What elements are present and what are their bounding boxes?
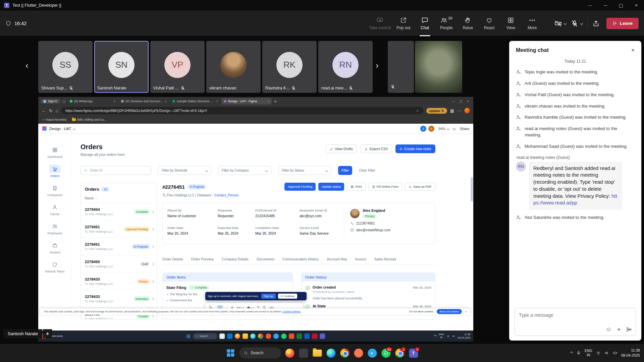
- create-order-button[interactable]: Create new order: [395, 144, 435, 153]
- browser-tab[interactable]: Sample Salary Structure with calc×: [170, 98, 220, 105]
- camera-dropdown-icon[interactable]: [564, 22, 566, 24]
- contact-person-link[interactable]: Contact_Person.: [214, 193, 239, 197]
- sidebar-item-orders[interactable]: Orders: [49, 165, 61, 178]
- wifi-icon[interactable]: [446, 335, 450, 338]
- order-list-row[interactable]: 2279454 TL Flex Holdings LLC Complete: [81, 203, 157, 221]
- tray-expand-icon[interactable]: [434, 335, 437, 337]
- mic-tray-icon[interactable]: [576, 351, 581, 355]
- clock[interactable]: 11:3808-04-2025: [458, 333, 470, 339]
- app-icon[interactable]: [219, 334, 225, 339]
- browser-tab[interactable]: DC Divisions and Surroundings×: [119, 98, 169, 105]
- brave-icon[interactable]: [354, 348, 364, 358]
- take-control-button[interactable]: Take control: [367, 11, 393, 36]
- detail-tab[interactable]: Communication History: [282, 257, 319, 264]
- teams-icon[interactable]: T 1: [409, 348, 419, 358]
- app-icon[interactable]: [289, 334, 294, 339]
- contact-email[interactable]: alex@vstatefilings.com: [350, 228, 432, 232]
- start-button[interactable]: [226, 348, 236, 358]
- participant-tile[interactable]: RN read.ai mee...: [318, 41, 373, 93]
- detail-tab[interactable]: Order Details: [162, 257, 183, 264]
- collaborator-avatar[interactable]: S: [420, 126, 426, 132]
- refresh-icon[interactable]: ↻: [49, 108, 53, 113]
- react-button[interactable]: React: [479, 11, 500, 36]
- participant-tile[interactable]: SS Shivani Sup...: [38, 41, 93, 93]
- approval-pending-button[interactable]: Approval Pending: [284, 183, 316, 191]
- detail-tab[interactable]: Order Preview: [191, 257, 214, 264]
- collaborator-avatar[interactable]: A: [428, 126, 434, 132]
- participant-tile[interactable]: [388, 41, 414, 93]
- favorites-folder[interactable]: Bills | Billing and Co...: [72, 118, 107, 121]
- language-indicator[interactable]: ENGIN: [585, 349, 592, 357]
- taskbar-clock[interactable]: 11:3808-04-2025: [621, 348, 640, 358]
- firefox-icon[interactable]: [285, 348, 295, 358]
- volume-icon[interactable]: [452, 335, 455, 338]
- edge-icon[interactable]: [326, 348, 336, 358]
- app-icon[interactable]: [250, 334, 256, 339]
- browser-account-avatar[interactable]: [465, 108, 470, 113]
- camera-button[interactable]: [554, 20, 566, 27]
- detail-tab[interactable]: Invoice: [355, 257, 366, 264]
- filter-domicile-select[interactable]: Filter by Domicile: [158, 166, 211, 175]
- strip-scroll-left-icon[interactable]: ‹: [25, 61, 29, 70]
- browser-update-button[interactable]: Update↻: [426, 108, 447, 114]
- volume-icon[interactable]: [604, 351, 609, 355]
- fill-online-form-button[interactable]: Fill Online Form: [368, 183, 402, 191]
- browser-maximize-icon[interactable]: ▢: [459, 100, 462, 103]
- app-icon[interactable]: [235, 334, 240, 339]
- telegram-icon[interactable]: ▸: [367, 348, 377, 358]
- tab-close-icon[interactable]: ×: [165, 100, 167, 103]
- sign-up-button[interactable]: Sign up: [261, 294, 276, 299]
- filter-status-select[interactable]: Filter by Status: [278, 166, 331, 175]
- deny-cookies-button[interactable]: Do not allow cookies: [409, 310, 433, 313]
- browser-profile-button[interactable]: Sign in: [40, 99, 60, 104]
- sidebar-item-companies[interactable]: Companies: [47, 184, 63, 197]
- spotlight-tile[interactable]: [415, 41, 462, 93]
- sidebar-item-refresh-token[interactable]: Refresh Token: [45, 260, 65, 273]
- filter-clear-button[interactable]: Clear Filter: [359, 169, 375, 172]
- wifi-icon[interactable]: [596, 351, 601, 355]
- file-explorer-icon[interactable]: [312, 348, 322, 358]
- order-list-row[interactable]: 2278433 TL Flex Holdings LLC Submitted: [81, 290, 157, 308]
- detail-tab[interactable]: Account Rep: [327, 257, 347, 264]
- app-icon[interactable]: [273, 334, 279, 339]
- close-button[interactable]: ×: [629, 0, 644, 11]
- continue-with-google-button[interactable]: GContinue: [278, 294, 297, 299]
- message-input-box[interactable]: ☺ +: [515, 308, 636, 336]
- mic-button[interactable]: [571, 20, 583, 27]
- cookie-settings-link[interactable]: Cookies settings: [282, 310, 300, 313]
- participant-tile[interactable]: SN Santosh Narate: [94, 41, 149, 93]
- favorite-star-icon[interactable]: ☆: [416, 109, 419, 113]
- app-icon[interactable]: [297, 334, 302, 339]
- raise-hand-button[interactable]: Raise: [457, 11, 479, 36]
- browser-close-icon[interactable]: ×: [467, 100, 469, 103]
- browser-minimize-icon[interactable]: ─: [452, 100, 454, 103]
- app-icon[interactable]: [243, 334, 248, 339]
- zoom-control[interactable]: 94%: [438, 127, 449, 131]
- more-button[interactable]: More: [522, 11, 543, 36]
- filter-company-select[interactable]: Filter by Company: [218, 166, 271, 175]
- print-button[interactable]: Print: [347, 183, 365, 191]
- order-list-row[interactable]: 2278451 TL Flex Holdings LLC In Progress: [81, 238, 157, 255]
- order-list-row[interactable]: 2278433 TL Flex Holdings LLC Review: [81, 273, 157, 290]
- export-csv-button[interactable]: Export CSV: [360, 144, 392, 153]
- titlebar-more-icon[interactable]: ⋯: [582, 0, 598, 11]
- sidebar-item-dashboard[interactable]: Dashboard: [47, 146, 62, 159]
- figma-share-button[interactable]: Share: [460, 127, 469, 131]
- tab-close-icon[interactable]: ×: [216, 100, 218, 103]
- detail-tab[interactable]: Sales Receipt: [374, 257, 396, 264]
- chat-button[interactable]: Chat: [414, 11, 436, 36]
- page-scrollbar-thumb[interactable]: [471, 177, 473, 201]
- participant-tile[interactable]: RK Ravindra K...: [262, 41, 317, 93]
- sidebar-item-employees[interactable]: Employees: [47, 222, 62, 235]
- participant-tile[interactable]: VP Vishal Patil ...: [150, 41, 205, 93]
- presenter-pin-button[interactable]: [43, 329, 52, 338]
- tray-expand-icon[interactable]: [570, 352, 573, 354]
- save-as-pdf-button[interactable]: Save as PDF: [405, 183, 435, 191]
- language-indicator[interactable]: ENGIN: [439, 333, 444, 339]
- chrome-icon[interactable]: [340, 348, 350, 358]
- view-drafts-button[interactable]: View Drafts: [326, 144, 357, 153]
- import-favorites-link[interactable]: ☆ Import favorites: [42, 118, 67, 121]
- detail-tab[interactable]: Documents: [257, 257, 274, 264]
- app-icon[interactable]: [281, 334, 286, 339]
- maximize-button[interactable]: ▢: [613, 0, 629, 11]
